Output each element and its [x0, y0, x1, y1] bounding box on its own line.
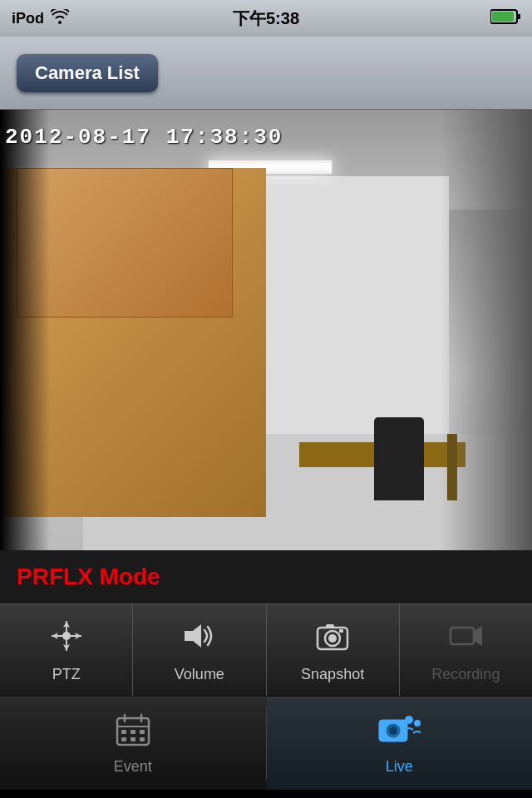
ptz-icon — [48, 618, 85, 659]
snapshot-label: Snapshot — [301, 666, 364, 683]
svg-point-32 — [405, 716, 413, 724]
status-right — [490, 8, 520, 28]
device-name: iPod — [12, 10, 44, 27]
svg-rect-1 — [517, 14, 520, 19]
svg-point-31 — [389, 727, 397, 735]
status-bar: iPod 下午5:38 — [0, 0, 532, 37]
live-tab-label: Live — [386, 758, 413, 776]
svg-rect-2 — [492, 12, 514, 22]
svg-marker-18 — [474, 626, 482, 646]
svg-rect-15 — [326, 624, 334, 628]
toolbar: PTZ Volume Snapshot — [0, 603, 532, 697]
right-column — [441, 110, 532, 550]
svg-point-33 — [414, 720, 421, 727]
recording-icon — [447, 618, 484, 659]
svg-rect-10 — [185, 631, 193, 641]
battery-icon — [490, 8, 520, 28]
toolbar-ptz[interactable]: PTZ — [0, 604, 133, 696]
header: Camera List — [0, 37, 532, 110]
chair — [374, 417, 424, 500]
toolbar-snapshot[interactable]: Snapshot — [267, 604, 400, 696]
tab-event[interactable]: Event — [0, 697, 266, 790]
svg-rect-24 — [131, 730, 135, 734]
left-fade — [0, 110, 50, 550]
recording-label: Recording — [431, 666, 500, 683]
volume-label: Volume — [175, 666, 224, 683]
live-camera-icon — [377, 712, 421, 753]
prflx-mode-text: PRFLX Mode — [17, 564, 160, 590]
prflx-mode-label: PRFLX Mode — [0, 550, 532, 603]
toolbar-volume[interactable]: Volume — [133, 604, 266, 696]
ptz-label: PTZ — [52, 666, 81, 683]
svg-rect-27 — [131, 737, 135, 741]
svg-rect-16 — [339, 629, 343, 633]
svg-rect-25 — [140, 730, 145, 734]
tab-live[interactable]: Live — [267, 697, 533, 790]
wifi-icon — [51, 9, 69, 28]
svg-point-14 — [328, 634, 337, 643]
tab-bar: Event Live — [0, 697, 532, 790]
event-calendar-icon — [115, 712, 151, 753]
camera-timestamp: 2012-08-17 17:38:30 — [5, 125, 283, 150]
toolbar-recording[interactable]: Recording — [400, 604, 532, 696]
status-time: 下午5:38 — [233, 7, 299, 30]
svg-rect-17 — [451, 628, 474, 644]
svg-rect-26 — [121, 737, 126, 741]
camera-background — [0, 110, 532, 550]
snapshot-icon — [314, 618, 351, 659]
volume-icon — [181, 618, 218, 659]
svg-marker-11 — [193, 624, 201, 648]
camera-feed: 2012-08-17 17:38:30 — [0, 110, 532, 550]
status-left: iPod — [12, 9, 69, 28]
svg-rect-23 — [121, 730, 126, 734]
svg-rect-28 — [140, 737, 145, 741]
event-tab-label: Event — [114, 758, 152, 776]
camera-list-button[interactable]: Camera List — [17, 54, 158, 92]
